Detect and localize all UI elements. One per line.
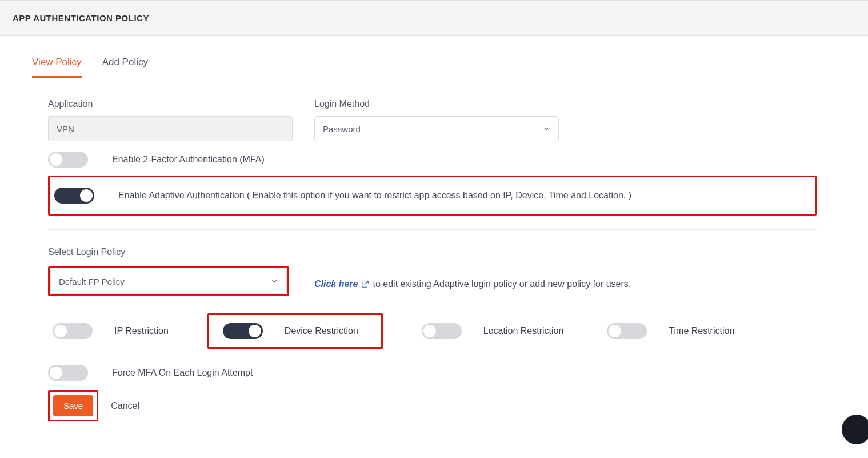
- tab-add-policy[interactable]: Add Policy: [102, 50, 148, 78]
- location-restriction-toggle[interactable]: [422, 323, 462, 339]
- login-method-label: Login Method: [314, 99, 559, 109]
- device-restriction-highlight: Device Restriction: [207, 313, 383, 349]
- ip-restriction-item: IP Restriction: [48, 318, 173, 344]
- ip-restriction-toggle[interactable]: [53, 323, 93, 339]
- adaptive-auth-label: Enable Adaptive Authentication ( Enable …: [118, 190, 631, 201]
- save-button[interactable]: Save: [53, 395, 93, 416]
- page-title: APP AUTHENTICATION POLICY: [13, 13, 855, 23]
- ip-restriction-label: IP Restriction: [114, 326, 169, 336]
- page-header: APP AUTHENTICATION POLICY: [0, 0, 868, 36]
- click-here-link[interactable]: Click here: [314, 279, 358, 289]
- time-restriction-label: Time Restriction: [669, 326, 734, 336]
- location-restriction-item: Location Restriction: [417, 318, 569, 344]
- cancel-button[interactable]: Cancel: [107, 400, 143, 412]
- select-login-policy-label: Select Login Policy: [48, 247, 289, 257]
- mfa-toggle-label: Enable 2-Factor Authentication (MFA): [112, 154, 265, 165]
- login-policy-highlight: Default FP Policy: [48, 266, 289, 296]
- click-here-suffix: to edit existing Adaptive login policy o…: [373, 279, 631, 289]
- login-policy-select[interactable]: Default FP Policy: [50, 269, 287, 294]
- application-input[interactable]: [48, 116, 293, 141]
- application-label: Application: [48, 99, 293, 109]
- location-restriction-label: Location Restriction: [483, 326, 564, 336]
- external-link-icon: [361, 280, 369, 290]
- tab-view-policy[interactable]: View Policy: [32, 50, 82, 78]
- adaptive-auth-highlight: Enable Adaptive Authentication ( Enable …: [48, 176, 817, 216]
- mfa-toggle[interactable]: [48, 152, 88, 168]
- tabs: View Policy Add Policy: [32, 50, 833, 78]
- force-mfa-label: Force MFA On Each Login Attempt: [112, 368, 253, 378]
- device-restriction-label: Device Restriction: [285, 326, 358, 336]
- svg-line-0: [365, 281, 368, 285]
- force-mfa-toggle[interactable]: [48, 365, 88, 381]
- time-restriction-item: Time Restriction: [602, 318, 739, 344]
- save-highlight: Save: [48, 390, 98, 421]
- adaptive-auth-toggle[interactable]: [54, 188, 94, 204]
- divider: [48, 229, 817, 230]
- device-restriction-toggle[interactable]: [223, 323, 263, 339]
- chat-fab[interactable]: [842, 415, 868, 444]
- login-method-select[interactable]: Password: [314, 116, 559, 141]
- time-restriction-toggle[interactable]: [607, 323, 647, 339]
